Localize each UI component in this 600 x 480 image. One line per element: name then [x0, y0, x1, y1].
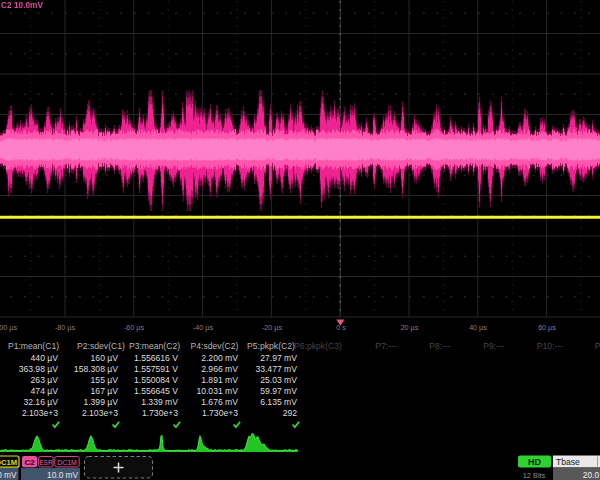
svg-text:P4:sdev(C2): P4:sdev(C2) — [191, 341, 239, 351]
svg-text:1.556616 V: 1.556616 V — [134, 353, 178, 363]
svg-text:32.16 µV: 32.16 µV — [23, 397, 58, 407]
svg-text:1.676 mV: 1.676 mV — [201, 397, 238, 407]
svg-text:HD: HD — [528, 457, 541, 467]
svg-text:167 µV: 167 µV — [91, 386, 119, 396]
svg-text:P2:sdev(C1): P2:sdev(C1) — [77, 341, 125, 351]
svg-text:-80 µs: -80 µs — [55, 323, 76, 332]
svg-text:Tbase: Tbase — [556, 457, 580, 467]
svg-text:6.135 mV: 6.135 mV — [260, 397, 297, 407]
svg-text:2.966 mV: 2.966 mV — [201, 364, 238, 374]
svg-text:0 mV: 0 mV — [0, 470, 17, 480]
svg-text:P9:---: P9:--- — [483, 341, 505, 351]
svg-text:2.200 mV: 2.200 mV — [201, 353, 238, 363]
svg-text:474 µV: 474 µV — [31, 386, 59, 396]
svg-text:0 s: 0 s — [336, 323, 346, 332]
svg-text:1.399 µV: 1.399 µV — [83, 397, 118, 407]
svg-text:ESR: ESR — [39, 459, 53, 466]
svg-text:-60 µs: -60 µs — [124, 323, 145, 332]
svg-text:P1: P1 — [595, 341, 600, 351]
svg-text:1.556645 V: 1.556645 V — [134, 386, 178, 396]
svg-text:1.891 mV: 1.891 mV — [201, 375, 238, 385]
svg-text:60 µs: 60 µs — [538, 323, 556, 332]
svg-text:C2 10.0mV: C2 10.0mV — [1, 0, 43, 10]
svg-text:25.03 mV: 25.03 mV — [260, 375, 297, 385]
svg-text:1.730e+3: 1.730e+3 — [142, 408, 178, 418]
svg-text:1.730e+3: 1.730e+3 — [202, 408, 238, 418]
svg-text:P3:mean(C2): P3:mean(C2) — [129, 341, 180, 351]
svg-text:158.308 µV: 158.308 µV — [74, 364, 118, 374]
svg-text:33.477 mV: 33.477 mV — [255, 364, 297, 374]
svg-text:440 µV: 440 µV — [31, 353, 59, 363]
svg-text:-20 µs: -20 µs — [262, 323, 283, 332]
svg-text:292: 292 — [283, 408, 298, 418]
svg-text:59.97 mV: 59.97 mV — [260, 386, 297, 396]
svg-text:20.0: 20.0 — [583, 470, 600, 480]
svg-text:-100 µs: -100 µs — [0, 323, 17, 332]
svg-text:363.98 µV: 363.98 µV — [19, 364, 59, 374]
svg-text:2.103e+3: 2.103e+3 — [22, 408, 58, 418]
svg-text:P8:---: P8:--- — [429, 341, 451, 351]
svg-text:10.031 mV: 10.031 mV — [196, 386, 238, 396]
svg-text:P10:---: P10:--- — [537, 341, 563, 351]
svg-text:-40 µs: -40 µs — [193, 323, 214, 332]
svg-text:P6:pkpk(C3): P6:pkpk(C3) — [294, 341, 342, 351]
svg-text:P5:pkpk(C2): P5:pkpk(C2) — [247, 341, 295, 351]
svg-text:20 µs: 20 µs — [401, 323, 419, 332]
svg-text:40 µs: 40 µs — [469, 323, 487, 332]
svg-text:10.0 mV: 10.0 mV — [47, 470, 78, 480]
svg-text:1.557591 V: 1.557591 V — [134, 364, 178, 374]
svg-text:27.97 mV: 27.97 mV — [260, 353, 297, 363]
svg-text:160 µV: 160 µV — [91, 353, 119, 363]
svg-text:1.550084 V: 1.550084 V — [134, 375, 178, 385]
svg-text:P1:mean(C1): P1:mean(C1) — [8, 341, 59, 351]
svg-text:263 µV: 263 µV — [31, 375, 59, 385]
svg-text:C2: C2 — [24, 458, 35, 467]
svg-text:P7:---: P7:--- — [375, 341, 397, 351]
svg-text:2.103e+3: 2.103e+3 — [82, 408, 118, 418]
svg-text:155 µV: 155 µV — [91, 375, 119, 385]
svg-text:DC1M: DC1M — [57, 459, 77, 466]
svg-text:1.339 mV: 1.339 mV — [141, 397, 178, 407]
svg-text:DC1M: DC1M — [0, 458, 17, 467]
svg-text:12 Bits: 12 Bits — [523, 471, 546, 480]
